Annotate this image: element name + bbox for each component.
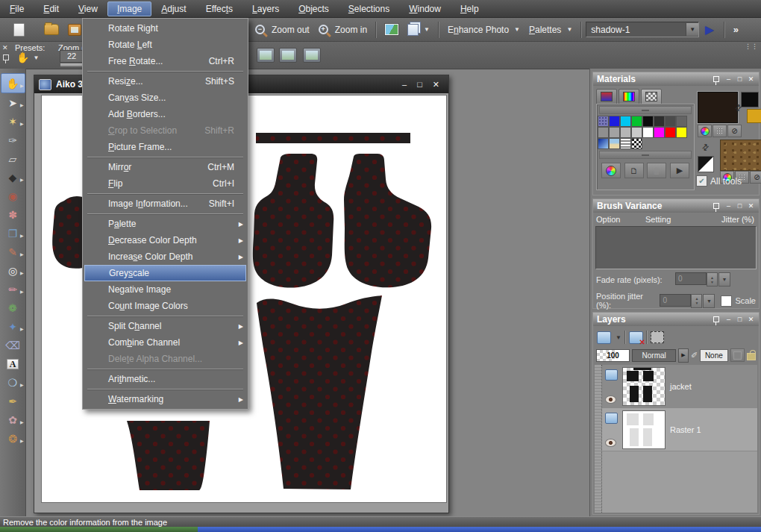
tool-flyout-arrow[interactable]: ▶ xyxy=(20,289,24,294)
color-swatch[interactable] xyxy=(609,127,620,138)
delete-swatch-button[interactable]: 🗑 xyxy=(647,163,666,178)
layer-row[interactable]: Raster 1 xyxy=(602,408,757,451)
more-colors-button[interactable] xyxy=(601,163,621,178)
menu-item[interactable]: Watermarking ▶ xyxy=(83,391,248,407)
menu-item[interactable]: Canvas Size... ▶ xyxy=(83,90,248,106)
menu-item[interactable]: Increase Color Depth ▶ xyxy=(83,248,248,265)
swap-materials-icon[interactable]: ⇄ xyxy=(700,142,712,154)
menu-item[interactable]: ▶ xyxy=(87,316,243,316)
menubar-item[interactable]: Selections xyxy=(339,1,399,16)
color-swatch[interactable] xyxy=(598,138,609,149)
layers-title-bar[interactable]: Layers – □ ✕ xyxy=(593,313,759,326)
new-layer-button[interactable] xyxy=(597,331,611,344)
menubar-item[interactable]: Window xyxy=(399,1,451,16)
all-tools-checkbox[interactable]: ✔ xyxy=(696,175,707,187)
tool-button[interactable]: ✦ ▶ xyxy=(1,317,25,336)
zoom-out-button[interactable]: − Zoom out xyxy=(251,22,314,37)
maximize-icon[interactable]: □ xyxy=(736,316,744,323)
zoom-in-button[interactable]: + Zoom in xyxy=(314,22,372,37)
background-material-swatch[interactable] xyxy=(720,140,761,171)
swatch-scroll-down[interactable] xyxy=(599,151,692,159)
menu-item[interactable]: Mirror Ctrl+M ▶ xyxy=(83,159,248,175)
menu-item[interactable]: Arithmetic... ▶ xyxy=(83,371,248,387)
foreground-color-swatch[interactable] xyxy=(741,92,759,107)
toolbar-overflow-button[interactable]: » xyxy=(729,24,742,35)
fade-rate-stepper[interactable]: ▲▼ xyxy=(707,272,718,287)
tool-button[interactable]: ◉ ▶ xyxy=(1,187,25,205)
color-swatch[interactable] xyxy=(620,138,631,149)
tool-button[interactable]: ✽ ▶ xyxy=(1,205,25,224)
tool-flyout-arrow[interactable]: ▶ xyxy=(20,326,24,331)
menu-item[interactable]: Delete Alpha Channel... ▶ xyxy=(83,351,248,367)
options-close-button[interactable]: ✕ xyxy=(2,44,8,51)
position-jitter-slider-button[interactable]: ▼ xyxy=(703,294,715,308)
options-grip[interactable]: ⋮⋮ xyxy=(745,45,758,48)
menu-item[interactable]: Rotate Left ▶ xyxy=(83,37,248,53)
tool-button[interactable]: ✋ ▶ xyxy=(1,73,25,93)
menubar-item[interactable]: View xyxy=(69,1,107,16)
tab-frame[interactable] xyxy=(596,89,617,104)
color-swatch[interactable] xyxy=(598,116,609,127)
color-swatch[interactable] xyxy=(620,116,631,127)
script-select[interactable]: shadow-1 ▼ xyxy=(586,22,699,37)
layer-name[interactable]: Raster 1 xyxy=(670,425,701,434)
fit-window-icon[interactable] xyxy=(257,48,275,63)
menu-item[interactable]: Crop to Selection Shift+R ▶ xyxy=(83,122,248,139)
menu-item[interactable]: Resize... Shift+S ▶ xyxy=(83,73,248,90)
doc-close-button[interactable]: ✕ xyxy=(433,80,439,90)
close-icon[interactable]: ✕ xyxy=(747,202,755,210)
minimize-icon[interactable]: – xyxy=(724,202,733,210)
brush-variance-title-bar[interactable]: Brush Variance – □ ✕ xyxy=(593,199,759,213)
fade-rate-input[interactable]: 0 xyxy=(675,272,707,285)
layer-opacity-field[interactable]: 100 xyxy=(596,349,630,362)
taskbar-edge[interactable] xyxy=(198,527,761,532)
color-swatch[interactable] xyxy=(631,127,642,138)
color-swatch[interactable] xyxy=(631,138,642,149)
swatch-scroll-up[interactable] xyxy=(599,106,692,114)
link-layers-button[interactable] xyxy=(730,348,745,362)
fg-texture-button[interactable] xyxy=(713,125,727,137)
layer-visibility-icon[interactable] xyxy=(605,439,616,447)
mask-layer-button[interactable] xyxy=(651,331,664,343)
enhance-photo-button[interactable]: Enhance Photo ▼ xyxy=(443,22,524,37)
layer-thumbnail[interactable] xyxy=(622,367,666,406)
tool-button[interactable]: ➤ ▶ xyxy=(1,93,25,112)
minimize-icon[interactable]: – xyxy=(724,316,733,323)
maximize-icon[interactable]: □ xyxy=(736,202,744,210)
fullscreen-preview-icon[interactable] xyxy=(303,48,321,63)
layer-row[interactable]: jacket xyxy=(602,365,757,408)
palettes-button[interactable]: Palettes ▼ xyxy=(524,22,577,37)
fg-transparent-button[interactable]: ⊘ xyxy=(727,125,742,137)
tool-flyout-arrow[interactable]: ▶ xyxy=(20,121,24,126)
tool-button[interactable]: ✒ ▶ xyxy=(1,392,25,410)
menu-item[interactable]: Add Borders... ▶ xyxy=(83,106,248,122)
menu-item[interactable]: ▶ xyxy=(87,157,243,157)
new-image-button[interactable] xyxy=(9,21,29,39)
maximize-icon[interactable]: □ xyxy=(736,75,744,83)
bg-transparent-button[interactable]: ⊘ xyxy=(750,171,761,184)
scale-checkbox[interactable] xyxy=(721,295,732,307)
tool-button[interactable]: ✑ ▶ xyxy=(1,131,25,149)
menu-item[interactable]: Free Rotate... Ctrl+R ▶ xyxy=(83,53,248,69)
color-swatch[interactable] xyxy=(676,116,687,127)
menu-item[interactable]: Picture Frame... ▶ xyxy=(83,139,248,155)
minimize-icon[interactable]: – xyxy=(724,75,733,83)
color-swatch[interactable] xyxy=(665,116,676,127)
tool-flyout-arrow[interactable]: ▶ xyxy=(20,83,24,88)
color-swatch[interactable] xyxy=(665,127,676,138)
fade-rate-slider-button[interactable]: ▼ xyxy=(718,272,730,287)
open-button[interactable] xyxy=(40,22,63,37)
taskbar-start-edge[interactable] xyxy=(0,527,198,532)
menu-item[interactable]: Decrease Color Depth ▶ xyxy=(83,232,248,248)
blend-mode-dropdown-button[interactable]: ▶ xyxy=(678,348,689,363)
tool-flyout-arrow[interactable]: ▶ xyxy=(20,233,24,238)
layer-name[interactable]: jacket xyxy=(670,382,692,391)
center-image-icon[interactable] xyxy=(279,48,297,63)
brush-variance-list[interactable] xyxy=(595,226,757,269)
menu-item[interactable]: ▶ xyxy=(87,389,243,389)
background-color-swatch[interactable] xyxy=(747,109,761,123)
menu-item[interactable]: Palette ▶ xyxy=(83,216,248,232)
tool-flyout-arrow[interactable]: ▶ xyxy=(20,419,24,425)
menubar-item[interactable]: File xyxy=(0,1,34,16)
color-swatch[interactable] xyxy=(654,116,665,127)
